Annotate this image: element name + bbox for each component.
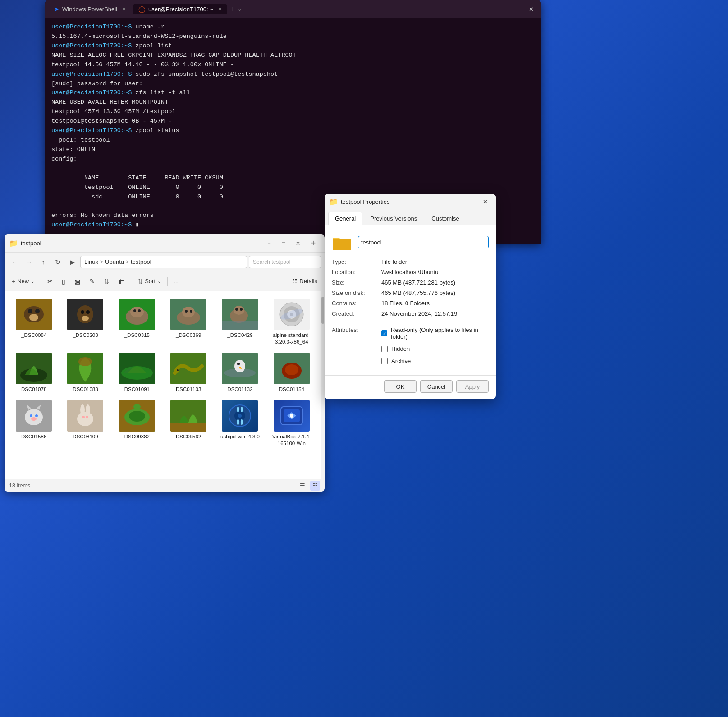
attr-hidden-checkbox[interactable] xyxy=(381,346,388,352)
list-item[interactable]: VirtualBox-7.1.4-165100-Win xyxy=(267,397,316,450)
dialog-close-button[interactable]: ✕ xyxy=(479,196,491,208)
list-item[interactable]: _DSC0084 xyxy=(9,296,59,348)
terminal-close-button[interactable]: ✕ xyxy=(525,3,537,15)
list-item[interactable]: DSC01132 xyxy=(215,350,265,395)
tab-chevron-icon[interactable]: ⌄ xyxy=(238,6,242,12)
delete-button[interactable]: 🗑 xyxy=(114,274,128,289)
list-item[interactable]: _DSC0203 xyxy=(60,296,110,348)
list-item[interactable]: DSC01103 xyxy=(164,350,213,395)
list-item[interactable]: alpine-standard-3.20.3-x86_64 xyxy=(267,296,316,348)
new-button[interactable]: + New ⌄ xyxy=(8,274,38,289)
attr-label-row: Attributes: ✓ Read-only (Only applies to… xyxy=(332,326,489,367)
properties-dialog: 📁 testpool Properties ✕ General Previous… xyxy=(325,194,496,399)
bread-sep-1: > xyxy=(100,259,103,265)
list-item[interactable]: DSC01083 xyxy=(60,350,110,395)
list-item[interactable]: _DSC0369 xyxy=(164,296,213,348)
file-name: usbipd-win_4.3.0 xyxy=(220,433,260,440)
rename-button[interactable]: ✎ xyxy=(86,274,98,289)
more-button[interactable]: … xyxy=(170,274,183,289)
terminal-minimize-button[interactable]: − xyxy=(496,3,508,15)
sort-dropdown-icon: ⌄ xyxy=(157,279,161,284)
paste-button[interactable]: ▩ xyxy=(71,274,84,289)
terminal-line-13: pool: testpool xyxy=(51,136,535,145)
svg-point-4 xyxy=(29,314,38,321)
list-item[interactable]: DSC01078 xyxy=(9,350,59,395)
list-item[interactable]: DSC01091 xyxy=(112,350,162,395)
forward-button[interactable]: → xyxy=(23,256,35,268)
tab-powershell[interactable]: ➤ Windows PowerShell ✕ xyxy=(49,4,131,14)
file-name: DSC08109 xyxy=(73,433,98,440)
prop-contains: Contains: 18 Files, 0 Folders xyxy=(332,300,489,307)
toolbar-sep-3 xyxy=(167,277,168,286)
grid-view-button[interactable]: ☷ xyxy=(310,481,320,491)
new-tab-explorer-button[interactable]: + xyxy=(307,237,320,250)
share-icon: ⇅ xyxy=(104,278,109,285)
file-thumbnail xyxy=(16,299,52,330)
scrollbar[interactable] xyxy=(321,291,325,479)
explorer-minimize-button[interactable]: − xyxy=(262,237,276,250)
terminal-line-7: [sudo] password for user: xyxy=(51,79,535,89)
explorer-maximize-button[interactable]: □ xyxy=(277,237,290,250)
terminal-line-4: NAME SIZE ALLOC FREE CKPOINT EXPANDSZ FR… xyxy=(51,51,535,60)
cut-button[interactable]: ✂ xyxy=(44,274,56,289)
svg-point-53 xyxy=(31,417,37,421)
ok-button[interactable]: OK xyxy=(384,380,417,393)
attr-archive-row: Archive xyxy=(381,358,489,364)
svg-rect-65 xyxy=(170,423,206,432)
list-item[interactable]: DSC09562 xyxy=(164,397,213,450)
breadcrumb[interactable]: Linux > Ubuntu > testpool xyxy=(80,256,247,268)
file-thumbnail xyxy=(274,353,310,384)
list-item[interactable]: _DSC0315 xyxy=(112,296,162,348)
file-thumbnail xyxy=(67,400,103,432)
svg-point-75 xyxy=(290,414,293,418)
list-view-button[interactable]: ☰ xyxy=(298,481,307,491)
file-thumbnail xyxy=(274,299,310,330)
scrollbar-thumb[interactable] xyxy=(321,297,324,324)
up-button[interactable]: ↑ xyxy=(37,256,50,268)
tab-ubuntu[interactable]: ◯ user@PrecisionT1700: ~ ✕ xyxy=(133,4,227,14)
svg-point-34 xyxy=(78,357,92,366)
breadcrumb-ubuntu[interactable]: Ubuntu xyxy=(105,258,124,265)
tab-close-ubuntu[interactable]: ✕ xyxy=(218,6,222,12)
details-button[interactable]: ☷ Details xyxy=(288,274,321,289)
list-item[interactable]: usbipd-win_4.3.0 xyxy=(215,397,265,450)
list-item[interactable]: _DSC0429 xyxy=(215,296,265,348)
tab-customise[interactable]: Customise xyxy=(425,212,466,225)
list-item[interactable]: DSC01586 xyxy=(9,397,59,450)
attr-archive-checkbox[interactable] xyxy=(381,358,388,364)
file-thumbnail xyxy=(67,353,103,384)
svg-point-7 xyxy=(81,310,84,314)
rename-icon: ✎ xyxy=(89,278,95,285)
share-button[interactable]: ⇅ xyxy=(100,274,113,289)
folder-name-input[interactable] xyxy=(358,236,489,248)
tab-previous-versions[interactable]: Previous Versions xyxy=(363,212,424,225)
search-bar[interactable]: Search testpool xyxy=(249,256,321,268)
file-name: VirtualBox-7.1.4-165100-Win xyxy=(271,433,312,447)
tab-close-ps[interactable]: ✕ xyxy=(122,6,126,12)
file-thumbnail xyxy=(119,299,155,330)
list-item[interactable]: DSC08109 xyxy=(60,397,110,450)
file-name: _DSC0429 xyxy=(227,332,252,339)
cancel-button[interactable]: Cancel xyxy=(420,380,453,393)
breadcrumb-testpool[interactable]: testpool xyxy=(131,258,151,265)
copy-button[interactable]: ▯ xyxy=(58,274,69,289)
tab-general[interactable]: General xyxy=(328,212,362,225)
ubuntu-icon: ◯ xyxy=(138,5,146,13)
list-item[interactable]: DSC09382 xyxy=(112,397,162,450)
explorer-content: _DSC0084 _DSC0203 _DSC0315 _DSC0369 xyxy=(5,291,325,479)
cut-icon: ✂ xyxy=(47,278,53,285)
list-item[interactable]: DSC01154 xyxy=(267,350,316,395)
terminal-maximize-button[interactable]: □ xyxy=(510,3,523,15)
back-button[interactable]: ← xyxy=(8,256,21,268)
attr-readonly-checkbox[interactable]: ✓ xyxy=(381,330,387,336)
refresh-button[interactable]: ↻ xyxy=(51,256,64,268)
svg-rect-71 xyxy=(237,419,239,425)
file-name: DSC09382 xyxy=(124,433,150,440)
breadcrumb-linux[interactable]: Linux xyxy=(84,258,98,265)
svg-point-59 xyxy=(86,416,88,418)
prop-type: Type: File folder xyxy=(332,258,489,265)
apply-button[interactable]: Apply xyxy=(456,380,489,393)
explorer-close-button[interactable]: ✕ xyxy=(291,237,305,250)
sort-button[interactable]: ⇅ Sort ⌄ xyxy=(134,274,165,289)
new-tab-button[interactable]: + xyxy=(231,5,235,13)
